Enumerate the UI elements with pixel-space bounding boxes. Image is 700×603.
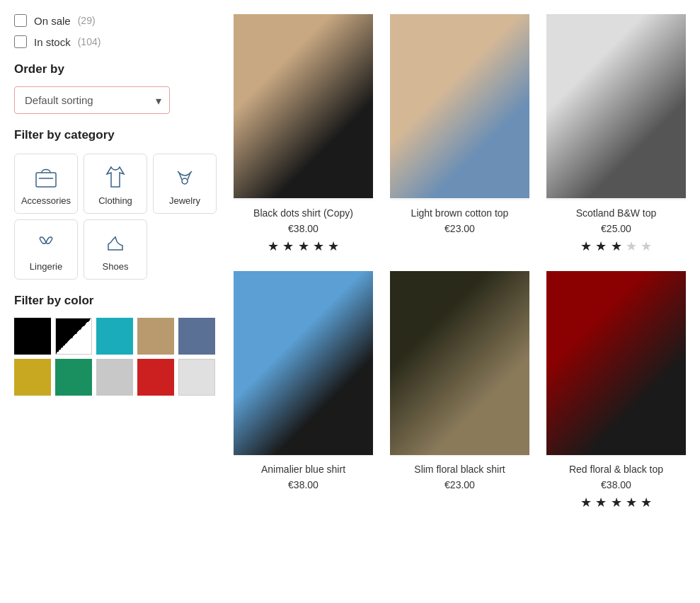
sidebar: On sale (29) In stock (104) Order by Def… [14, 14, 234, 510]
product-card-2: Light brown cotton top €23.00 [390, 14, 529, 254]
product-price-2: €23.00 [390, 223, 529, 234]
product-price-4: €38.00 [234, 479, 373, 490]
products-grid: Black dots shirt (Copy) €38.00 ★ ★ ★ ★ ★… [234, 14, 686, 510]
product-image-4[interactable] [234, 271, 373, 457]
color-pale-gray[interactable] [178, 359, 215, 396]
product-price-3: €25.00 [546, 223, 686, 234]
bag-icon [33, 164, 59, 190]
product-image-2[interactable] [390, 14, 529, 200]
star-1-1: ★ [268, 239, 279, 253]
star-3-3: ★ [611, 239, 622, 253]
filter-options: On sale (29) In stock (104) [14, 14, 219, 48]
dress-icon [103, 164, 128, 190]
on-sale-checkbox[interactable] [14, 14, 27, 27]
filter-color-title: Filter by color [14, 294, 219, 308]
product-price-6: €38.00 [546, 479, 686, 490]
on-sale-filter[interactable]: On sale (29) [14, 14, 219, 27]
in-stock-count: (104) [78, 36, 101, 47]
star-1-3: ★ [298, 239, 309, 253]
category-shoes[interactable]: Shoes [84, 219, 147, 280]
color-yellow[interactable] [14, 359, 51, 396]
in-stock-checkbox[interactable] [14, 35, 27, 48]
star-6-3: ★ [611, 495, 622, 510]
accessories-label: Accessories [21, 195, 71, 206]
shoes-label: Shoes [103, 261, 129, 272]
color-teal[interactable] [96, 318, 133, 355]
product-image-1[interactable] [234, 14, 373, 200]
product-card-4: Animalier blue shirt €38.00 [234, 271, 373, 511]
shoe-icon [103, 230, 128, 255]
star-1-5: ★ [328, 239, 339, 253]
product-stars-1: ★ ★ ★ ★ ★ [234, 239, 373, 254]
star-6-2: ★ [595, 495, 607, 510]
svg-point-1 [182, 178, 188, 184]
category-accessories[interactable]: Accessories [14, 154, 78, 214]
order-by-title: Order by [14, 62, 219, 76]
star-6-5: ★ [641, 495, 652, 510]
sort-select[interactable]: Default sorting Price: Low to High Price… [14, 86, 170, 114]
product-name-6: Red floral & black top [546, 464, 686, 475]
product-image-5[interactable] [390, 271, 529, 457]
sort-wrapper[interactable]: Default sorting Price: Low to High Price… [14, 86, 170, 114]
product-image-placeholder-4 [234, 271, 373, 455]
order-by-section: Order by Default sorting Price: Low to H… [14, 62, 219, 114]
product-image-placeholder-6 [546, 271, 686, 455]
product-price-1: €38.00 [234, 223, 373, 234]
star-6-4: ★ [626, 495, 637, 510]
color-slate-blue[interactable] [178, 318, 215, 355]
category-grid-row1: Accessories Clothing [14, 154, 219, 214]
product-stars-3: ★ ★ ★ ★ ★ [546, 239, 686, 254]
product-name-5: Slim floral black shirt [390, 464, 529, 475]
on-sale-label: On sale [34, 15, 71, 27]
svg-rect-0 [36, 173, 56, 187]
product-image-placeholder-2 [390, 14, 529, 198]
product-card-6: Red floral & black top €38.00 ★ ★ ★ ★ ★ [546, 271, 686, 511]
main-content: Black dots shirt (Copy) €38.00 ★ ★ ★ ★ ★… [234, 14, 686, 510]
filter-color-section: Filter by color [14, 294, 219, 396]
color-black[interactable] [14, 318, 51, 355]
product-image-6[interactable] [546, 271, 686, 457]
color-grid [14, 318, 219, 396]
jewelry-label: Jewelry [169, 195, 200, 206]
product-card-3: Scotland B&W top €25.00 ★ ★ ★ ★ ★ [546, 14, 686, 254]
category-jewelry[interactable]: Jewelry [153, 154, 217, 214]
product-card-1: Black dots shirt (Copy) €38.00 ★ ★ ★ ★ ★ [234, 14, 373, 254]
product-name-2: Light brown cotton top [390, 207, 529, 219]
product-name-1: Black dots shirt (Copy) [234, 207, 373, 219]
star-1-2: ★ [282, 239, 294, 253]
star-1-4: ★ [313, 239, 324, 253]
category-grid-row2: Lingerie Shoes [14, 219, 219, 280]
clothing-label: Clothing [98, 195, 132, 206]
star-3-1: ★ [580, 239, 592, 253]
filter-category-section: Filter by category Accessories C [14, 128, 219, 280]
in-stock-filter[interactable]: In stock (104) [14, 35, 219, 48]
product-image-placeholder-5 [390, 271, 529, 455]
color-light-gray[interactable] [96, 359, 133, 396]
product-image-placeholder-1 [234, 14, 373, 198]
color-tan[interactable] [137, 318, 174, 355]
star-3-5: ★ [641, 239, 652, 253]
product-image-3[interactable] [546, 14, 686, 200]
star-3-2: ★ [595, 239, 607, 253]
color-black-white[interactable] [55, 318, 92, 355]
product-name-3: Scotland B&W top [546, 207, 686, 219]
necklace-icon [172, 164, 197, 190]
category-clothing[interactable]: Clothing [84, 154, 147, 214]
product-stars-6: ★ ★ ★ ★ ★ [546, 495, 686, 510]
color-green[interactable] [55, 359, 92, 396]
star-6-1: ★ [580, 495, 592, 510]
on-sale-count: (29) [78, 15, 96, 26]
lingerie-icon [33, 230, 59, 255]
in-stock-label: In stock [34, 36, 71, 48]
color-red[interactable] [137, 359, 174, 396]
category-lingerie[interactable]: Lingerie [14, 219, 78, 280]
product-card-5: Slim floral black shirt €23.00 [390, 271, 529, 511]
star-3-4: ★ [626, 239, 637, 253]
product-image-placeholder-3 [546, 14, 686, 198]
lingerie-label: Lingerie [30, 261, 62, 272]
filter-category-title: Filter by category [14, 128, 219, 142]
product-name-4: Animalier blue shirt [234, 464, 373, 475]
product-price-5: €23.00 [390, 479, 529, 490]
